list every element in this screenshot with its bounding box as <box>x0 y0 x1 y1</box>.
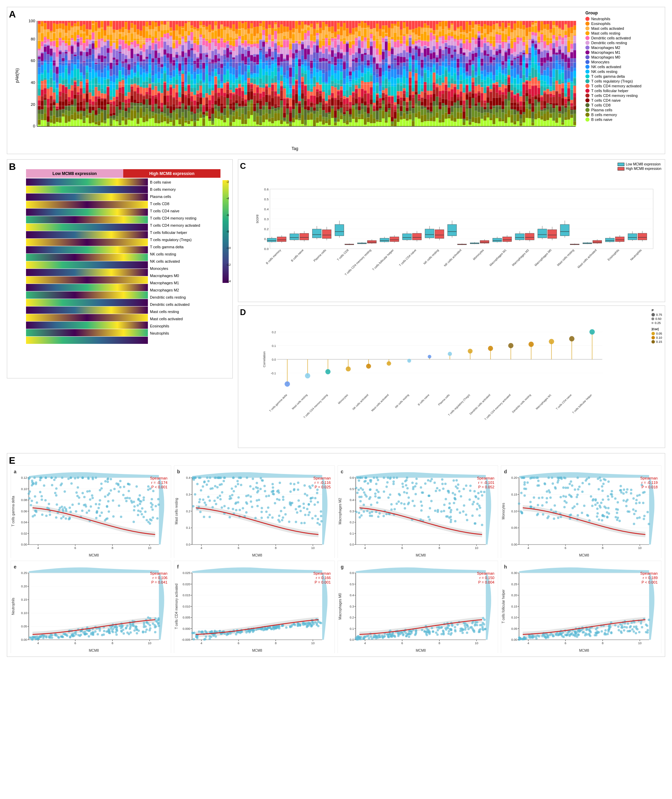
panel-b-row-labels: B cells naiveB cells memoryPlasma cellsT… <box>148 178 216 344</box>
svg-rect-3695 <box>538 118 540 126</box>
svg-rect-3147 <box>466 22 468 33</box>
svg-rect-3948 <box>573 68 576 70</box>
svg-rect-2040 <box>313 103 316 108</box>
svg-rect-874 <box>154 96 157 99</box>
svg-rect-3895 <box>567 28 570 37</box>
svg-rect-2540 <box>382 72 384 76</box>
svg-rect-843 <box>152 58 154 62</box>
svg-rect-662 <box>128 33 130 40</box>
svg-rect-3768 <box>549 56 552 57</box>
svg-point-5311 <box>125 627 128 629</box>
svg-point-5578 <box>205 636 207 638</box>
svg-rect-2977 <box>442 54 444 55</box>
svg-rect-3316 <box>486 90 489 97</box>
svg-rect-3313 <box>486 86 489 86</box>
svg-text:4: 4 <box>37 642 39 645</box>
svg-point-5983 <box>562 631 564 634</box>
svg-point-4422 <box>155 505 157 508</box>
svg-point-4567 <box>314 503 316 506</box>
svg-rect-344 <box>83 93 86 99</box>
svg-point-4750 <box>442 488 444 490</box>
svg-rect-1036 <box>178 35 181 38</box>
svg-rect-3285 <box>484 50 486 56</box>
svg-rect-1703 <box>268 59 271 66</box>
svg-rect-371 <box>86 110 88 115</box>
svg-rect-3597 <box>525 77 528 78</box>
svg-rect-875 <box>154 99 157 104</box>
svg-rect-2823 <box>421 60 424 67</box>
svg-rect-2323 <box>352 84 355 91</box>
svg-rect-1560 <box>247 111 250 119</box>
svg-rect-1623 <box>256 101 259 103</box>
svg-rect-1763 <box>277 42 280 46</box>
svg-rect-4154 <box>628 234 637 240</box>
svg-rect-1862 <box>289 98 292 107</box>
svg-rect-4064 <box>403 234 411 240</box>
svg-rect-759 <box>140 75 142 77</box>
svg-rect-2099 <box>322 69 325 73</box>
svg-point-4347 <box>146 519 148 522</box>
svg-rect-3721 <box>543 35 546 42</box>
svg-rect-134 <box>56 29 59 38</box>
svg-rect-2496 <box>376 78 379 83</box>
svg-rect-2200 <box>337 21 339 23</box>
svg-rect-2421 <box>367 26 370 27</box>
svg-rect-1508 <box>242 83 244 85</box>
svg-point-4852 <box>437 509 439 511</box>
svg-rect-3645 <box>531 86 534 97</box>
svg-rect-3776 <box>549 91 552 94</box>
svg-rect-2363 <box>358 59 360 66</box>
svg-rect-2273 <box>346 44 349 52</box>
svg-rect-2568 <box>385 96 387 104</box>
svg-rect-1356 <box>221 88 223 88</box>
svg-rect-133 <box>56 24 59 29</box>
svg-rect-2826 <box>421 76 424 78</box>
svg-rect-1243 <box>205 66 208 74</box>
svg-rect-2257 <box>343 94 346 96</box>
svg-point-4232 <box>35 501 38 504</box>
svg-point-4356 <box>30 504 32 506</box>
svg-rect-3460 <box>507 43 510 49</box>
svg-rect-3646 <box>531 96 534 103</box>
svg-rect-3754 <box>546 89 549 94</box>
svg-rect-709 <box>133 48 136 54</box>
svg-point-5104 <box>616 501 619 504</box>
svg-point-4583 <box>214 485 216 487</box>
svg-rect-2246 <box>343 30 346 38</box>
heatmap-row-label: T cells follicular helper <box>150 229 216 236</box>
svg-rect-2267 <box>346 29 349 37</box>
svg-rect-407 <box>92 69 94 78</box>
svg-rect-2862 <box>427 28 429 35</box>
svg-text:0.1: 0.1 <box>349 532 354 535</box>
svg-rect-3032 <box>448 114 451 115</box>
svg-rect-902 <box>160 21 163 21</box>
svg-rect-1734 <box>271 107 274 109</box>
svg-point-4549 <box>240 484 242 486</box>
svg-rect-1573 <box>250 75 253 78</box>
svg-text:0.2: 0.2 <box>186 509 191 513</box>
svg-point-4723 <box>430 500 432 503</box>
svg-rect-1894 <box>295 29 298 40</box>
svg-rect-1878 <box>292 59 295 60</box>
svg-rect-1966 <box>304 59 307 60</box>
svg-rect-2147 <box>328 90 331 95</box>
svg-rect-216 <box>65 106 67 110</box>
svg-rect-1270 <box>208 109 211 117</box>
svg-rect-3612 <box>528 39 531 40</box>
svg-rect-1091 <box>184 87 187 91</box>
svg-rect-1510 <box>242 87 244 91</box>
svg-rect-1522 <box>244 40 247 47</box>
svg-rect-195 <box>62 113 64 114</box>
svg-point-5849 <box>440 633 443 635</box>
svg-rect-1798 <box>280 90 283 99</box>
svg-rect-3155 <box>466 73 468 75</box>
legend-item: T cells CD8 <box>586 103 662 107</box>
colorbar-value: -12 <box>226 263 231 266</box>
svg-rect-2383 <box>361 54 363 62</box>
svg-rect-156 <box>59 29 62 32</box>
svg-rect-1454 <box>235 34 238 38</box>
svg-rect-2477 <box>373 99 376 103</box>
svg-rect-3949 <box>573 71 576 77</box>
svg-rect-231 <box>68 75 70 83</box>
svg-rect-594 <box>118 21 121 29</box>
